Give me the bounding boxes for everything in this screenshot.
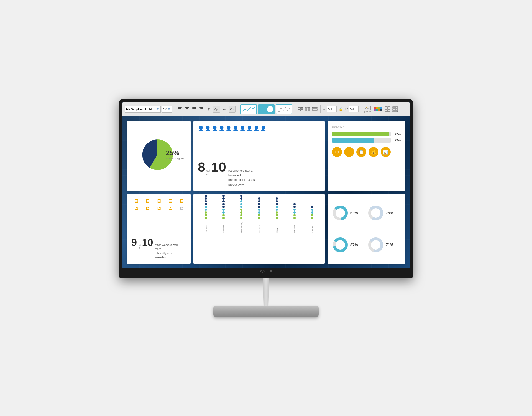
pie-chart-container: 25% of users agree [139, 138, 178, 174]
dimension-group: W: Opt 🔒 H: Opt [323, 106, 359, 113]
dots-monday: monday [198, 195, 214, 233]
svg-rect-19 [395, 109, 398, 110]
monitor-2: 🖥 [143, 198, 152, 204]
researcher-number: 8 [198, 161, 205, 174]
productivity-icon-circles: ⚙ → 📋 💰 📊 [332, 147, 401, 157]
table-icon-2[interactable] [304, 106, 311, 113]
person-icon-6: 👤 [232, 125, 239, 131]
svg-rect-0 [298, 107, 300, 109]
width-label: W: [323, 108, 326, 111]
align-center-icon [185, 107, 189, 111]
font-name-label: HP Simplified Light [126, 108, 152, 111]
align-left-button[interactable] [177, 106, 183, 113]
productivity-label: productivity [332, 125, 401, 128]
donut-pct-87: 87% [350, 243, 358, 247]
svg-rect-13 [388, 107, 390, 109]
svg-rect-20 [393, 111, 398, 112]
table-svg-1 [298, 107, 303, 111]
person-icon-3: 👤 [212, 125, 218, 131]
svg-rect-16 [393, 107, 395, 108]
svg-rect-12 [385, 107, 387, 109]
scatter-preview[interactable] [276, 104, 292, 114]
line-chart-preview[interactable] [240, 104, 257, 114]
office-description: office workers work more efficiently on … [155, 243, 183, 260]
office-stat: 9 out of 10 office workers work more eff… [131, 238, 186, 260]
align-center-button[interactable] [184, 106, 190, 113]
svg-rect-6 [308, 107, 310, 111]
donut-svg-63 [332, 205, 349, 221]
align-group [177, 106, 205, 113]
table-icon-3[interactable] [311, 106, 318, 113]
toggle-preview[interactable] [258, 104, 275, 114]
prod-bar-fill-2 [332, 138, 374, 143]
donut-svg-75 [367, 205, 384, 221]
dots-wednesday-label: wednesday [240, 221, 243, 233]
donut-item-71: 71% [367, 230, 401, 260]
svg-rect-4 [305, 107, 306, 111]
picture-button[interactable]: picture [363, 105, 372, 113]
svg-rect-14 [385, 110, 387, 112]
font-size-select[interactable]: 12 ▼ [162, 106, 172, 113]
person-icon-10: 👤 [260, 125, 266, 131]
person-icon-2: 👤 [205, 125, 211, 131]
person-icon-8: 👤 [246, 125, 252, 131]
align-right-icon [200, 107, 203, 111]
card-donuts: 63% 75% [328, 194, 405, 264]
align-left-icon [178, 107, 182, 111]
svg-rect-17 [395, 107, 398, 108]
card-productivity: productivity 97% 72% [328, 121, 405, 191]
donut-container-87 [332, 237, 349, 253]
researcher-total: 10 [211, 161, 226, 174]
office-number: 9 [131, 238, 137, 248]
table-svg-2 [305, 107, 310, 111]
opt-button-2[interactable]: Opt [229, 106, 236, 113]
monitor-1: 🖥 [131, 198, 141, 204]
color-swatches-icon [374, 107, 382, 111]
align-right-button[interactable] [198, 106, 205, 113]
monitor-10-grey: 🖥 [177, 206, 186, 212]
separator-2 [238, 105, 238, 113]
svg-rect-1 [301, 107, 303, 109]
separator-3 [295, 105, 295, 113]
hp-logo: hp [260, 269, 265, 273]
stand-neck [258, 278, 274, 306]
width-input[interactable]: Opt [327, 106, 337, 112]
opt-button-1[interactable]: Opt [213, 106, 220, 113]
stand-base [213, 306, 319, 317]
font-size-label: 12 [163, 108, 167, 111]
svg-rect-9 [312, 111, 317, 111]
height-input[interactable]: Opt [349, 106, 359, 112]
dots-thursday: thursday [251, 197, 267, 233]
color-swatches-button[interactable] [373, 106, 383, 113]
person-icon-7: 👤 [239, 125, 245, 131]
monitor-4: 🖥 [165, 198, 175, 204]
more-options-icon [392, 106, 398, 112]
dots-friday: friday [269, 197, 285, 233]
table-icon-1[interactable] [297, 106, 304, 113]
researcher-stat: 8 out of 10 researchers say a balanced b… [198, 161, 320, 187]
dots-monday-label: monday [205, 221, 207, 233]
font-name-select[interactable]: HP Simplified Light ▼ [125, 106, 161, 113]
office-total: 10 [142, 238, 153, 248]
more-options-button[interactable] [392, 106, 398, 113]
svg-point-26 [334, 239, 346, 251]
separator-1 [174, 105, 174, 113]
dots-wednesday: wednesday [233, 192, 249, 233]
donut-pct-75: 75% [386, 211, 393, 215]
monitor-wrapper: HP Simplified Light ▼ 12 ▼ [114, 99, 418, 317]
indent-button[interactable]: ↔ [221, 106, 228, 113]
line-chart-icon [242, 105, 255, 113]
grid-icon-button[interactable] [384, 106, 391, 113]
stand-neck-wrapper [258, 278, 274, 306]
donut-svg-87 [332, 237, 349, 253]
align-justify-button[interactable] [191, 106, 198, 113]
lock-icon[interactable]: 🔒 [337, 106, 345, 113]
spacing-button[interactable]: ⇕ [206, 106, 212, 113]
monitor-8: 🖥 [154, 206, 164, 212]
prod-bar-pct-1: 97% [392, 133, 401, 136]
prod-bar-pct-2: 72% [392, 139, 401, 142]
prod-bar-track-1 [332, 132, 391, 136]
screen-content: 25% of users agree 👤 👤 👤 👤 👤 👤 [122, 116, 410, 268]
donut-pct-63: 63% [350, 211, 358, 215]
icon-circle-arrow: → [344, 147, 354, 157]
